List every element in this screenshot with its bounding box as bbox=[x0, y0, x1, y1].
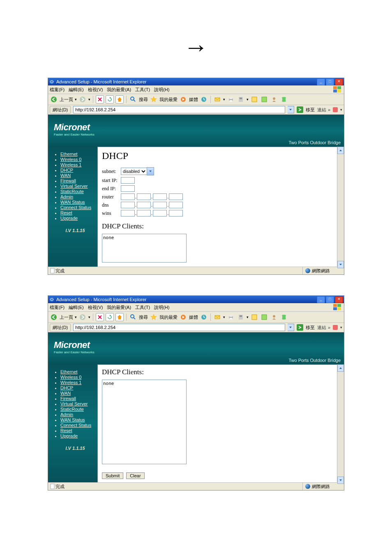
nav-admin[interactable]: Admin bbox=[60, 412, 73, 417]
close-button[interactable]: ✕ bbox=[335, 78, 343, 85]
menu-tools[interactable]: 工具(T) bbox=[135, 304, 150, 311]
extra-icon-2[interactable] bbox=[260, 313, 268, 321]
nav-wireless-0[interactable]: Wireless 0 bbox=[60, 157, 81, 162]
forward-dropdown-icon[interactable]: ▾ bbox=[88, 315, 90, 319]
subnet-dropdown-icon[interactable] bbox=[147, 167, 154, 175]
wins-oct-1[interactable] bbox=[121, 210, 135, 216]
nav-dhcp[interactable]: DHCP bbox=[60, 385, 73, 390]
menu-favorites[interactable]: 我的最愛(A) bbox=[107, 304, 131, 311]
menu-edit[interactable]: 編輯(E) bbox=[69, 87, 84, 93]
back-button[interactable] bbox=[50, 95, 58, 104]
nav-wireless-1[interactable]: Wireless 1 bbox=[60, 162, 81, 167]
refresh-button[interactable] bbox=[106, 95, 114, 104]
extra-icon-1[interactable] bbox=[250, 95, 258, 104]
wins-oct-4[interactable] bbox=[169, 210, 183, 216]
media-button[interactable] bbox=[179, 313, 187, 321]
extra-icon-3[interactable] bbox=[270, 313, 278, 321]
nav-static-route[interactable]: StaticRoute bbox=[60, 407, 84, 412]
links-label[interactable]: 連結 bbox=[317, 107, 326, 113]
nav-connect-status[interactable]: Connect Status bbox=[60, 205, 91, 210]
mail-button[interactable] bbox=[213, 95, 221, 104]
nav-dhcp[interactable]: DHCP bbox=[60, 168, 73, 173]
nav-connect-status[interactable]: Connect Status bbox=[60, 423, 91, 428]
dns-oct-1[interactable] bbox=[121, 202, 135, 208]
edit-dropdown-icon[interactable]: ▾ bbox=[247, 315, 249, 319]
nav-virtual-server[interactable]: Virtual Server bbox=[60, 184, 88, 189]
nav-firewall[interactable]: Firewall bbox=[60, 178, 76, 183]
home-button[interactable] bbox=[115, 313, 124, 321]
nav-wan[interactable]: WAN bbox=[60, 173, 71, 178]
dns-oct-3[interactable] bbox=[153, 202, 167, 208]
maximize-button[interactable]: □ bbox=[326, 296, 334, 303]
nav-ethernet[interactable]: Ethernet bbox=[60, 369, 78, 374]
content-scrollbar[interactable] bbox=[337, 147, 344, 267]
content-scrollbar[interactable] bbox=[337, 364, 344, 482]
back-dropdown-icon[interactable]: ▾ bbox=[75, 97, 77, 101]
scroll-up-icon[interactable] bbox=[337, 147, 344, 154]
extra-icon-4[interactable] bbox=[280, 95, 288, 104]
subnet-select[interactable]: disabled bbox=[121, 168, 147, 175]
search-button[interactable] bbox=[129, 313, 137, 321]
favorites-button[interactable] bbox=[150, 313, 158, 321]
wins-oct-3[interactable] bbox=[153, 210, 167, 216]
extra-icon-3[interactable] bbox=[270, 95, 278, 104]
edit-button[interactable] bbox=[237, 313, 245, 321]
trail-dropdown-icon[interactable]: ▾ bbox=[340, 325, 342, 329]
submit-button[interactable]: Submit bbox=[102, 472, 123, 479]
address-dropdown-icon[interactable] bbox=[288, 106, 294, 113]
menu-view[interactable]: 檢視(V) bbox=[88, 87, 103, 93]
trail-app-icon[interactable] bbox=[332, 324, 339, 331]
nav-reset[interactable]: Reset bbox=[60, 210, 72, 215]
startip-input[interactable] bbox=[121, 177, 135, 184]
history-button[interactable] bbox=[200, 313, 208, 321]
address-input[interactable]: http://192.168.2.254 bbox=[73, 106, 285, 113]
print-button[interactable] bbox=[227, 95, 235, 104]
history-button[interactable] bbox=[200, 95, 208, 104]
trail-dropdown-icon[interactable]: ▾ bbox=[340, 108, 342, 112]
mail-button[interactable] bbox=[213, 313, 221, 321]
extra-icon-2[interactable] bbox=[260, 95, 268, 104]
router-oct-4[interactable] bbox=[169, 193, 183, 200]
stop-button[interactable] bbox=[96, 313, 104, 321]
nav-ethernet[interactable]: Ethernet bbox=[60, 152, 78, 157]
links-chevron-icon[interactable]: » bbox=[328, 107, 330, 112]
nav-upgrade[interactable]: Upgrade bbox=[60, 216, 78, 221]
nav-wireless-1[interactable]: Wireless 1 bbox=[60, 380, 81, 385]
forward-button[interactable] bbox=[78, 95, 87, 104]
nav-firewall[interactable]: Firewall bbox=[60, 396, 76, 401]
dns-oct-4[interactable] bbox=[169, 202, 183, 208]
home-button[interactable] bbox=[115, 95, 124, 104]
print-button[interactable] bbox=[227, 313, 235, 321]
extra-icon-1[interactable] bbox=[250, 313, 258, 321]
menu-tools[interactable]: 工具(T) bbox=[135, 87, 150, 93]
links-chevron-icon[interactable]: » bbox=[328, 325, 330, 330]
clients-textarea[interactable] bbox=[102, 234, 187, 263]
menu-file[interactable]: 檔案(F) bbox=[50, 304, 65, 311]
mail-dropdown-icon[interactable]: ▾ bbox=[223, 315, 225, 319]
nav-wan-status[interactable]: WAN Status bbox=[60, 417, 85, 422]
minimize-button[interactable]: _ bbox=[317, 78, 325, 85]
clients-textarea[interactable] bbox=[102, 380, 187, 464]
clear-button[interactable]: Clear bbox=[126, 472, 144, 479]
edit-button[interactable] bbox=[237, 95, 245, 104]
router-oct-3[interactable] bbox=[153, 193, 167, 200]
scroll-up-icon[interactable] bbox=[337, 364, 344, 372]
go-button[interactable] bbox=[297, 324, 303, 331]
menu-favorites[interactable]: 我的最愛(A) bbox=[107, 87, 131, 93]
nav-wan-status[interactable]: WAN Status bbox=[60, 200, 85, 205]
trail-app-icon[interactable] bbox=[332, 106, 339, 113]
nav-upgrade[interactable]: Upgrade bbox=[60, 433, 78, 438]
router-oct-2[interactable] bbox=[137, 193, 151, 200]
media-button[interactable] bbox=[179, 95, 187, 104]
nav-virtual-server[interactable]: Virtual Server bbox=[60, 401, 88, 406]
nav-static-route[interactable]: StaticRoute bbox=[60, 189, 84, 194]
nav-reset[interactable]: Reset bbox=[60, 428, 72, 433]
forward-button[interactable] bbox=[78, 313, 87, 321]
edit-dropdown-icon[interactable]: ▾ bbox=[247, 97, 249, 101]
menu-view[interactable]: 檢視(V) bbox=[88, 304, 103, 311]
minimize-button[interactable]: _ bbox=[317, 296, 325, 303]
back-button[interactable] bbox=[50, 313, 58, 321]
favorites-button[interactable] bbox=[150, 95, 158, 104]
scroll-down-icon[interactable] bbox=[337, 261, 344, 268]
address-dropdown-icon[interactable] bbox=[288, 324, 294, 331]
